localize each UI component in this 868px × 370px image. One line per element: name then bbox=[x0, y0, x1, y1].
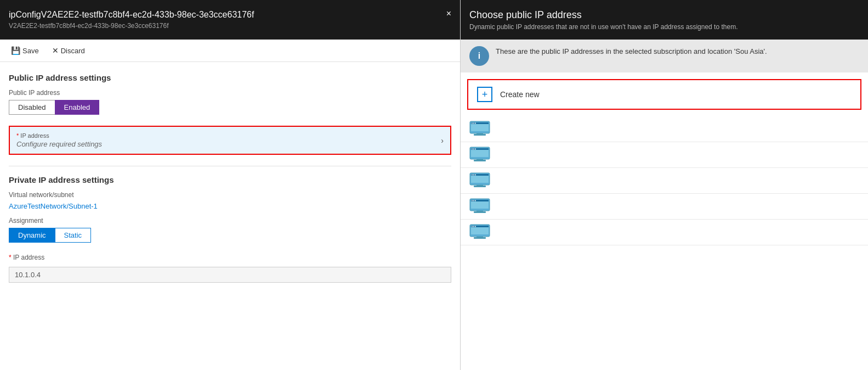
list-item[interactable] bbox=[461, 142, 868, 168]
private-ip-section-title: Private IP address settings bbox=[9, 175, 451, 184]
discard-icon: ✕ bbox=[52, 46, 59, 55]
left-panel: ipConfigV2AE2E2-testfb7c8bf4-ec2d-433b-9… bbox=[0, 0, 461, 370]
toolbar: 💾 Save ✕ Discard bbox=[0, 40, 460, 62]
close-button[interactable]: × bbox=[446, 9, 451, 19]
public-ip-section-title: Public IP address settings bbox=[9, 73, 451, 82]
svg-point-28 bbox=[473, 200, 474, 201]
svg-point-3 bbox=[472, 123, 473, 124]
info-icon: i bbox=[469, 46, 489, 66]
section-divider bbox=[9, 166, 451, 166]
discard-label: Discard bbox=[61, 47, 85, 55]
svg-point-35 bbox=[472, 226, 473, 227]
private-ip-label: * IP address bbox=[9, 254, 451, 261]
right-panel-subtitle: Dynamic public IP addresses that are not… bbox=[469, 23, 859, 31]
ip-resource-icon bbox=[469, 224, 490, 240]
public-ip-field-label: Public IP address bbox=[9, 89, 451, 97]
info-banner-text: These are the public IP addresses in the… bbox=[496, 46, 767, 55]
right-content: i These are the public IP addresses in t… bbox=[461, 40, 868, 370]
vnet-label: Virtual network/subnet bbox=[9, 191, 451, 199]
svg-point-5 bbox=[475, 123, 476, 124]
panel-title: ipConfigV2AE2E2-testfb7c8bf4-ec2d-433b-9… bbox=[9, 10, 451, 20]
ip-field-placeholder: Configure required settings bbox=[16, 140, 102, 148]
toggle-static-button[interactable]: Static bbox=[55, 228, 92, 243]
svg-rect-31 bbox=[476, 211, 483, 212]
toggle-disabled-button[interactable]: Disabled bbox=[9, 100, 55, 115]
plus-icon: + bbox=[477, 87, 492, 102]
svg-point-29 bbox=[475, 200, 476, 201]
list-item[interactable] bbox=[461, 220, 868, 245]
list-item[interactable] bbox=[461, 116, 868, 142]
list-item[interactable] bbox=[461, 194, 868, 220]
right-panel: Choose public IP address Dynamic public … bbox=[461, 0, 868, 370]
svg-rect-23 bbox=[476, 185, 483, 186]
svg-point-37 bbox=[475, 226, 476, 227]
svg-point-20 bbox=[473, 175, 474, 176]
panel-subtitle: V2AE2E2-testfb7c8bf4-ec2d-433b-98ec-3e3c… bbox=[9, 22, 451, 30]
left-header: ipConfigV2AE2E2-testfb7c8bf4-ec2d-433b-9… bbox=[0, 0, 460, 40]
svg-point-12 bbox=[473, 149, 474, 150]
chevron-right-icon: › bbox=[441, 136, 444, 145]
toggle-dynamic-button[interactable]: Dynamic bbox=[9, 228, 55, 243]
list-item[interactable] bbox=[461, 168, 868, 194]
required-star: * bbox=[16, 132, 19, 139]
assignment-toggle-group: Dynamic Static bbox=[9, 228, 451, 243]
svg-point-13 bbox=[475, 149, 476, 150]
public-ip-toggle-group: Disabled Enabled bbox=[9, 100, 451, 115]
svg-point-27 bbox=[472, 200, 473, 201]
svg-point-11 bbox=[472, 149, 473, 150]
ip-resource-icon bbox=[469, 147, 490, 163]
ip-resource-icon bbox=[469, 198, 490, 215]
save-button[interactable]: 💾 Save bbox=[9, 45, 41, 56]
private-required-star: * bbox=[9, 254, 12, 261]
ip-resource-icon bbox=[469, 172, 490, 189]
svg-rect-7 bbox=[476, 133, 483, 134]
svg-point-4 bbox=[473, 123, 474, 124]
svg-rect-39 bbox=[476, 237, 483, 238]
info-banner: i These are the public IP addresses in t… bbox=[461, 40, 868, 72]
left-content: Public IP address settings Public IP add… bbox=[0, 62, 460, 370]
save-label: Save bbox=[22, 47, 39, 55]
svg-rect-15 bbox=[476, 159, 483, 160]
create-new-label: Create new bbox=[500, 90, 540, 99]
toggle-enabled-button[interactable]: Enabled bbox=[55, 100, 100, 115]
svg-point-19 bbox=[472, 175, 473, 176]
right-panel-title: Choose public IP address bbox=[469, 9, 859, 21]
ip-address-field-label: * IP address bbox=[16, 132, 102, 139]
assignment-label: Assignment bbox=[9, 217, 451, 225]
discard-button[interactable]: ✕ Discard bbox=[50, 45, 87, 56]
ip-address-selector[interactable]: * IP address Configure required settings… bbox=[9, 126, 451, 155]
private-ip-input[interactable] bbox=[9, 267, 451, 283]
ip-resource-icon bbox=[469, 121, 490, 137]
create-new-row[interactable]: + Create new bbox=[467, 79, 861, 110]
vnet-link[interactable]: AzureTestNetwork/Subnet-1 bbox=[9, 202, 451, 210]
svg-point-36 bbox=[473, 226, 474, 227]
right-header: Choose public IP address Dynamic public … bbox=[461, 0, 868, 40]
svg-point-21 bbox=[475, 175, 476, 176]
save-icon: 💾 bbox=[11, 46, 20, 55]
